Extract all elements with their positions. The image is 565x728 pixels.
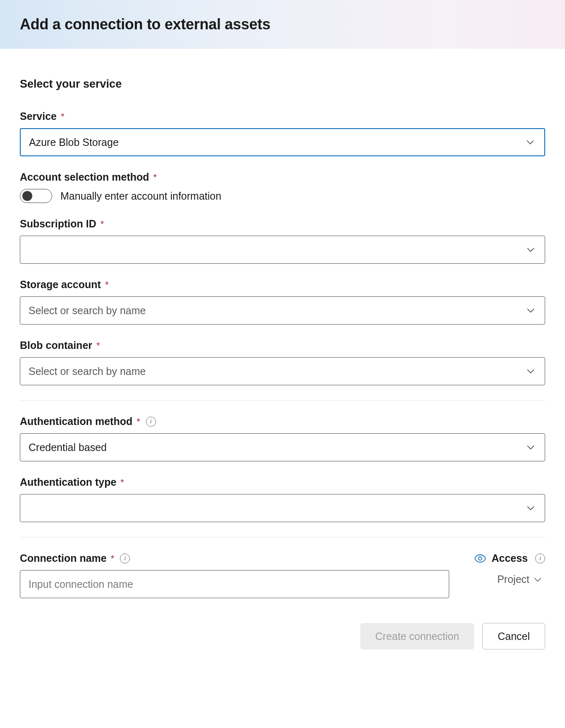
field-storage-account: Storage account * Select or search by na… xyxy=(20,279,545,325)
account-selection-toggle[interactable] xyxy=(20,189,52,203)
access-label: Access xyxy=(491,552,528,564)
access-select[interactable]: Project xyxy=(497,573,545,585)
footer-buttons: Create connection Cancel xyxy=(20,623,545,649)
chevron-down-icon xyxy=(527,506,535,511)
chevron-down-icon xyxy=(526,140,534,145)
page-header: Add a connection to external assets xyxy=(0,0,565,49)
subscription-label: Subscription ID * xyxy=(20,218,545,230)
divider xyxy=(20,537,545,537)
required-asterisk: * xyxy=(105,279,109,290)
divider xyxy=(20,400,545,401)
service-label: Service * xyxy=(20,110,545,122)
access-col: Access i Project xyxy=(474,552,545,585)
required-asterisk: * xyxy=(96,340,100,351)
auth-method-value: Credential based xyxy=(29,442,107,454)
auth-type-select[interactable] xyxy=(20,494,545,522)
form-content: Select your service Service * Azure Blob… xyxy=(0,49,565,666)
auth-type-label: Authentication type * xyxy=(20,476,545,488)
field-auth-type: Authentication type * xyxy=(20,476,545,522)
connection-name-col: Connection name * i xyxy=(20,552,449,598)
required-asterisk: * xyxy=(136,416,140,427)
field-auth-method: Authentication method * i Credential bas… xyxy=(20,415,545,461)
create-connection-button[interactable]: Create connection xyxy=(360,623,474,649)
access-label-row: Access i xyxy=(474,552,545,564)
page-title: Add a connection to external assets xyxy=(20,16,545,33)
required-asterisk: * xyxy=(120,477,124,488)
chevron-down-icon xyxy=(527,445,535,450)
field-service: Service * Azure Blob Storage xyxy=(20,110,545,156)
required-asterisk: * xyxy=(111,553,115,564)
chevron-down-icon xyxy=(527,308,535,313)
field-subscription: Subscription ID * xyxy=(20,218,545,264)
eye-icon xyxy=(474,554,486,563)
subscription-select[interactable] xyxy=(20,236,545,264)
access-value-text: Project xyxy=(497,573,529,585)
storage-account-select[interactable]: Select or search by name xyxy=(20,296,545,325)
auth-method-select[interactable]: Credential based xyxy=(20,433,545,461)
cancel-button[interactable]: Cancel xyxy=(482,623,545,649)
account-selection-toggle-row: Manually enter account information xyxy=(20,189,545,203)
connection-name-label: Connection name * i xyxy=(20,552,449,564)
required-asterisk: * xyxy=(61,111,65,122)
chevron-down-icon xyxy=(527,247,535,252)
storage-account-placeholder: Select or search by name xyxy=(29,305,146,317)
section-title: Select your service xyxy=(20,78,545,91)
field-account-selection: Account selection method * Manually ente… xyxy=(20,171,545,203)
service-select[interactable]: Azure Blob Storage xyxy=(20,128,545,156)
required-asterisk: * xyxy=(101,219,104,229)
field-blob-container: Blob container * Select or search by nam… xyxy=(20,339,545,385)
blob-container-label: Blob container * xyxy=(20,339,545,351)
blob-container-placeholder: Select or search by name xyxy=(29,365,146,377)
info-icon[interactable]: i xyxy=(120,554,130,563)
required-asterisk: * xyxy=(153,172,157,183)
account-selection-label: Account selection method * xyxy=(20,171,545,183)
connection-name-input[interactable] xyxy=(20,570,449,598)
storage-account-label: Storage account * xyxy=(20,279,545,291)
info-icon[interactable]: i xyxy=(535,554,545,563)
auth-method-label: Authentication method * i xyxy=(20,415,545,427)
chevron-down-icon xyxy=(534,577,542,582)
svg-point-0 xyxy=(479,557,482,560)
connection-name-row: Connection name * i Access i Project xyxy=(20,552,545,598)
chevron-down-icon xyxy=(527,369,535,374)
toggle-knob xyxy=(22,191,32,201)
info-icon[interactable]: i xyxy=(146,417,156,427)
service-value: Azure Blob Storage xyxy=(29,136,119,148)
toggle-label: Manually enter account information xyxy=(60,190,221,202)
blob-container-select[interactable]: Select or search by name xyxy=(20,357,545,385)
